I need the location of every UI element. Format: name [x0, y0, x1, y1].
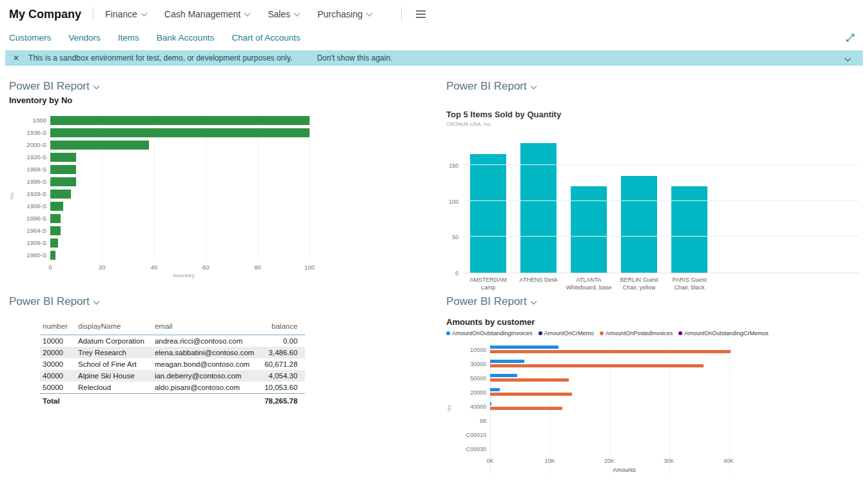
bar-slot: [513, 135, 564, 273]
nav-items[interactable]: Items: [118, 33, 139, 43]
legend-item[interactable]: AmountOnOutstandingCrMemos: [678, 330, 769, 336]
inventory-axis: 020406080100: [50, 262, 317, 273]
legend-dot: [600, 331, 604, 335]
bar-40000-AmountOnPostedInvoices[interactable]: [490, 407, 562, 410]
bar-1906-S[interactable]: [50, 202, 63, 211]
cell: Adatum Corporation: [75, 335, 152, 347]
bar-1908-S[interactable]: [50, 239, 58, 248]
bar-1920-S[interactable]: [50, 153, 76, 162]
y-axis-title: No: [446, 405, 454, 411]
chart-row: 1936-S: [17, 126, 320, 139]
part-header[interactable]: Power BI Report: [9, 80, 99, 93]
powerbi-part-top5: Power BI Report Top 5 Items Sold by Quan…: [446, 80, 867, 291]
category-label: 1928-S: [17, 190, 50, 197]
table-row: 20000Trey Researchelena.sabbatini@contos…: [40, 347, 305, 358]
top5-chart: 050100150: [446, 135, 867, 273]
cell: Relecloud: [75, 382, 152, 394]
bar-AMSTERDAM Lamp[interactable]: [470, 154, 506, 273]
category-label: 1964-S: [17, 227, 50, 234]
chart-title: Amounts by customer: [446, 317, 867, 327]
legend-item[interactable]: AmountOnPostedInvoices: [600, 330, 673, 336]
bar-1000[interactable]: [50, 116, 310, 125]
table-row: 40000Alpine Ski Houseian.deberry@contoso…: [40, 370, 305, 382]
bar-1928-S[interactable]: [50, 190, 71, 199]
menu-cash-management[interactable]: Cash Management: [164, 9, 250, 19]
company-name[interactable]: My Company: [9, 8, 81, 21]
cell: 0.00: [262, 335, 305, 347]
bar-1996-S[interactable]: [50, 177, 76, 186]
chart-title: Top 5 Items Sold by Quantity: [446, 110, 867, 119]
legend-dot: [538, 331, 542, 335]
category-label: 1968-S: [17, 166, 50, 173]
menu-purchasing[interactable]: Purchasing: [317, 9, 371, 19]
cell: 40000: [40, 370, 75, 382]
column-header: displayName: [75, 320, 152, 335]
bar-30000-AmountOnPostedInvoices[interactable]: [490, 364, 704, 367]
legend-item[interactable]: AmountOnOutstandingInvoices: [446, 330, 533, 336]
top5-labels: AMSTERDAM LampATHENS DeskATLANTA Whitebo…: [463, 277, 867, 291]
cell: Trey Research: [75, 347, 152, 358]
bar-PARIS Guest Chair, black[interactable]: [671, 186, 707, 273]
chart-subtitle: CRONUS USA, Inc.: [446, 121, 867, 127]
bar-ATHENS Desk[interactable]: [520, 143, 557, 273]
chart-row: 1996-S: [17, 175, 320, 188]
bar-track: [50, 128, 317, 137]
expand-icon[interactable]: [845, 33, 855, 43]
part-header[interactable]: Power BI Report: [446, 80, 536, 93]
chevron-down-icon: [530, 83, 537, 89]
bar-20000-AmountOnOutstandingInvoices[interactable]: [490, 388, 500, 391]
bar-40000-AmountOnOutstandingInvoices[interactable]: [490, 402, 491, 405]
legend-item[interactable]: AmountOnCrMemo: [538, 330, 595, 336]
cell: 10,053.60: [262, 382, 305, 394]
category-label: C00010: [454, 432, 490, 438]
top-bar: My Company Finance Cash Management Sales…: [0, 0, 868, 28]
legend-dot: [678, 331, 682, 335]
bar-10000-AmountOnPostedInvoices[interactable]: [490, 350, 731, 353]
bar-1968-S[interactable]: [50, 165, 76, 174]
menu-finance[interactable]: Finance: [105, 9, 146, 19]
cell: aldo.pisani@contoso.com: [152, 382, 262, 394]
divider: [93, 7, 94, 21]
close-icon[interactable]: ✕: [13, 54, 19, 63]
cell: 20000: [40, 347, 75, 358]
bar-1896-S[interactable]: [50, 214, 61, 223]
chart-row: 50000: [454, 371, 764, 385]
category-label: 1960-S: [17, 251, 50, 258]
nav-vendors[interactable]: Vendors: [68, 33, 101, 43]
bar-BERLIN Guest Chair, yellow[interactable]: [621, 176, 657, 273]
bar-2000-S[interactable]: [50, 141, 149, 150]
y-axis-title: No: [9, 193, 17, 199]
bar-track: [490, 442, 758, 456]
table-body: 10000Adatum Corporationandrea.ricci@cont…: [40, 335, 305, 394]
menu-sales[interactable]: Sales: [268, 9, 299, 19]
inventory-rows: 10001936-S2000-S1920-S1968-S1996-S1928-S…: [17, 114, 320, 261]
banner-dismiss-link[interactable]: Don't show this again.: [317, 54, 392, 63]
bar-1960-S[interactable]: [50, 251, 55, 260]
part-header[interactable]: Power BI Report: [446, 295, 536, 308]
chevron-down-icon[interactable]: [841, 54, 850, 63]
chevron-down-icon: [93, 298, 99, 304]
amounts-chart: No 100003000050000200004000088C00010C000…: [446, 343, 867, 473]
nav-chart-of-accounts[interactable]: Chart of Accounts: [232, 33, 301, 43]
table-row: 10000Adatum Corporationandrea.ricci@cont…: [40, 335, 305, 347]
chart-row: 1906-S: [17, 200, 320, 212]
bar-50000-AmountOnPostedInvoices[interactable]: [490, 378, 569, 382]
bar-30000-AmountOnOutstandingInvoices[interactable]: [490, 360, 524, 363]
bar-1964-S[interactable]: [50, 226, 61, 235]
bar-10000-AmountOnOutstandingInvoices[interactable]: [490, 346, 558, 349]
category-label: C00030: [454, 446, 490, 453]
bar-20000-AmountOnPostedInvoices[interactable]: [490, 393, 572, 396]
axis-tick-label: 40: [150, 264, 157, 271]
bar-ATLANTA Whiteboard, base[interactable]: [571, 186, 607, 273]
bar-1936-S[interactable]: [50, 128, 310, 137]
nav-customers[interactable]: Customers: [9, 33, 51, 43]
bar-track: [50, 190, 317, 199]
bar-50000-AmountOnOutstandingInvoices[interactable]: [490, 374, 517, 377]
nav-bank-accounts[interactable]: Bank Accounts: [157, 33, 214, 43]
cell: elena.sabbatini@contoso.com: [152, 347, 262, 358]
part-header[interactable]: Power BI Report: [9, 295, 99, 308]
axis-tick-label: 20: [99, 264, 106, 271]
menu-icon[interactable]: [416, 10, 426, 18]
category-label: 40000: [454, 404, 490, 410]
chevron-down-icon: [93, 83, 99, 89]
